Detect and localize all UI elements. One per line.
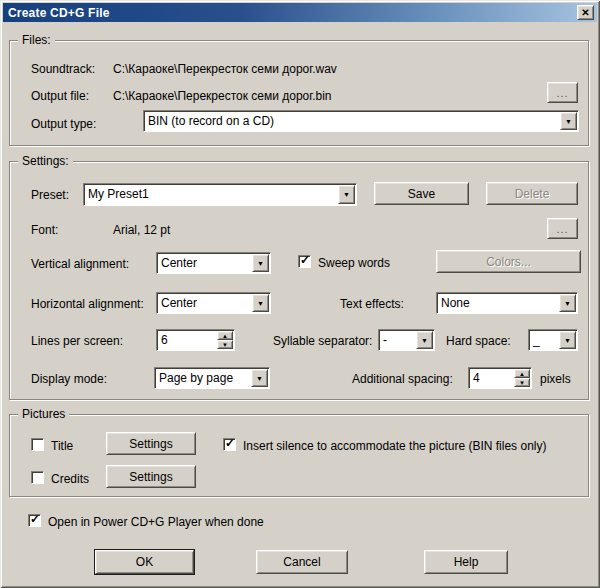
save-button[interactable]: Save (374, 182, 469, 205)
close-icon: ✕ (581, 8, 589, 18)
cancel-button[interactable]: Cancel (256, 550, 348, 574)
output-type-combobox[interactable]: BIN (to record on a CD) ▼ (143, 110, 579, 132)
preset-label: Preset: (31, 188, 69, 202)
text-effects-value: None (441, 295, 470, 311)
sweep-words-checkbox[interactable] (298, 255, 311, 268)
spinner-buttons: ▲ ▼ (514, 369, 530, 387)
insert-silence-checkbox[interactable] (223, 438, 236, 451)
hard-space-label: Hard space: (446, 334, 511, 348)
open-player-label[interactable]: Open in Power CD+G Player when done (48, 515, 264, 529)
chevron-down-icon: ▼ (564, 337, 571, 344)
ok-label: OK (136, 555, 153, 569)
text-effects-label: Text effects: (340, 297, 404, 311)
preset-combobox[interactable]: My Preset1 ▼ (83, 183, 357, 206)
settings-group: Settings: Preset: My Preset1 ▼ Save Dele… (9, 161, 589, 400)
files-legend: Files: (18, 33, 55, 47)
output-type-label: Output type: (31, 117, 96, 131)
chevron-down-icon: ▼ (257, 260, 264, 267)
preset-value: My Preset1 (88, 186, 149, 202)
spin-up-button[interactable]: ▲ (514, 369, 530, 378)
insert-silence-label[interactable]: Insert silence to accommodate the pictur… (243, 439, 546, 453)
settings-legend: Settings: (18, 154, 73, 168)
additional-spacing-spinner[interactable]: 4 ▲ ▼ (468, 367, 532, 389)
hard-space-combobox[interactable]: _ ▼ (528, 329, 578, 351)
lines-per-screen-spinner[interactable]: 6 ▲ ▼ (156, 329, 235, 351)
sweep-words-label[interactable]: Sweep words (318, 256, 390, 270)
hard-space-value: _ (533, 332, 540, 348)
pixels-label: pixels (540, 372, 571, 386)
title-settings-label: Settings (129, 437, 172, 451)
vertical-alignment-combobox[interactable]: Center ▼ (156, 252, 271, 274)
display-mode-dropdown-button[interactable]: ▼ (251, 369, 268, 387)
spin-down-button[interactable]: ▼ (514, 378, 530, 387)
spin-down-icon: ▼ (222, 342, 228, 348)
hard-space-dropdown-button[interactable]: ▼ (559, 331, 576, 349)
spin-up-icon: ▲ (519, 371, 525, 377)
colors-label: Colors... (486, 255, 531, 269)
title-checkbox[interactable] (31, 438, 44, 451)
preset-dropdown-button[interactable]: ▼ (338, 185, 355, 204)
title-label[interactable]: Title (51, 439, 73, 453)
spin-up-button[interactable]: ▲ (217, 331, 233, 340)
output-file-value: C:\Караоке\Перекресток семи дорог.bin (113, 89, 332, 103)
soundtrack-value: C:\Караоке\Перекресток семи дорог.wav (113, 62, 337, 76)
help-button[interactable]: Help (424, 550, 508, 574)
horizontal-alignment-dropdown-button[interactable]: ▼ (252, 294, 269, 312)
credits-settings-button[interactable]: Settings (106, 465, 196, 488)
text-effects-dropdown-button[interactable]: ▼ (559, 294, 576, 312)
close-button[interactable]: ✕ (577, 5, 594, 20)
save-label: Save (408, 187, 435, 201)
vertical-alignment-value: Center (161, 255, 197, 271)
credits-label[interactable]: Credits (51, 472, 89, 486)
chevron-down-icon: ▼ (564, 300, 571, 307)
window-title: Create CD+G File (8, 6, 110, 20)
display-mode-label: Display mode: (31, 372, 107, 386)
font-value: Arial, 12 pt (113, 223, 170, 237)
credits-checkbox[interactable] (31, 471, 44, 484)
spin-down-icon: ▼ (519, 380, 525, 386)
ok-button[interactable]: OK (95, 550, 194, 574)
colors-button[interactable]: Colors... (436, 250, 581, 273)
chevron-down-icon: ▼ (565, 118, 572, 125)
syllable-separator-combobox[interactable]: - ▼ (378, 329, 435, 351)
font-browse-button[interactable]: ... (547, 218, 578, 239)
browse-ellipsis: ... (556, 87, 568, 99)
display-mode-value: Page by page (159, 370, 233, 386)
spin-down-button[interactable]: ▼ (217, 340, 233, 349)
cancel-label: Cancel (283, 555, 320, 569)
text-effects-combobox[interactable]: None ▼ (436, 292, 578, 314)
pictures-legend: Pictures (18, 407, 69, 421)
syllable-separator-value: - (383, 332, 387, 348)
additional-spacing-value: 4 (473, 370, 480, 386)
chevron-down-icon: ▼ (421, 337, 428, 344)
credits-settings-label: Settings (129, 470, 172, 484)
output-file-label: Output file: (31, 89, 89, 103)
syllable-separator-label: Syllable separator: (273, 334, 372, 348)
output-file-browse-button[interactable]: ... (547, 82, 578, 103)
chevron-down-icon: ▼ (343, 191, 350, 198)
lines-per-screen-label: Lines per screen: (31, 334, 123, 348)
vertical-alignment-label: Vertical alignment: (31, 257, 129, 271)
additional-spacing-label: Additional spacing: (352, 372, 453, 386)
horizontal-alignment-combobox[interactable]: Center ▼ (156, 292, 271, 314)
syllable-separator-dropdown-button[interactable]: ▼ (416, 331, 433, 349)
display-mode-combobox[interactable]: Page by page ▼ (154, 367, 270, 389)
open-player-checkbox[interactable] (28, 514, 41, 527)
title-settings-button[interactable]: Settings (106, 432, 196, 455)
horizontal-alignment-value: Center (161, 295, 197, 311)
browse-ellipsis: ... (556, 223, 568, 235)
chevron-down-icon: ▼ (257, 300, 264, 307)
vertical-alignment-dropdown-button[interactable]: ▼ (252, 254, 269, 272)
delete-label: Delete (515, 187, 550, 201)
dialog-window: Create CD+G File ✕ Files: Soundtrack: C:… (0, 0, 600, 588)
soundtrack-label: Soundtrack: (31, 62, 95, 76)
delete-button[interactable]: Delete (486, 182, 578, 205)
spinner-buttons: ▲ ▼ (217, 331, 233, 349)
font-label: Font: (31, 223, 58, 237)
output-type-dropdown-button[interactable]: ▼ (560, 112, 577, 130)
horizontal-alignment-label: Horizontal alignment: (31, 297, 144, 311)
pictures-group: Pictures Title Settings Insert silence t… (9, 414, 589, 497)
chevron-down-icon: ▼ (256, 375, 263, 382)
spin-up-icon: ▲ (222, 333, 228, 339)
help-label: Help (454, 555, 479, 569)
